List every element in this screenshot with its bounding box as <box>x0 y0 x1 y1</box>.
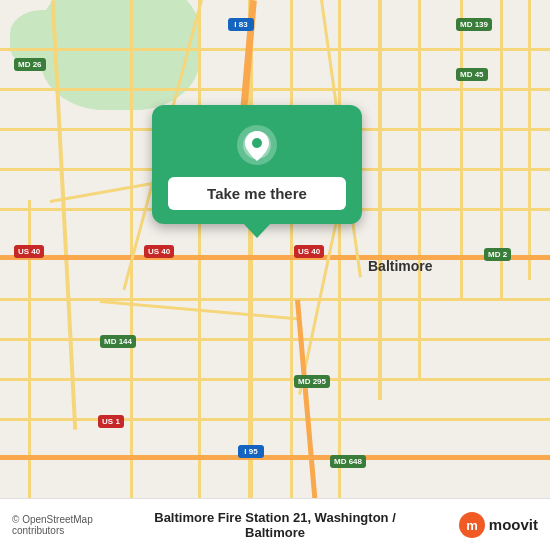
moovit-text: moovit <box>489 516 538 533</box>
road <box>0 88 550 91</box>
svg-point-2 <box>252 138 262 148</box>
road-us40 <box>0 255 550 260</box>
shield-us1: US 1 <box>98 415 124 428</box>
road <box>0 338 550 341</box>
popup-card: Take me there <box>152 105 362 224</box>
shield-i83: I 83 <box>228 18 254 31</box>
shield-md144: MD 144 <box>100 335 136 348</box>
shield-us40-3: US 40 <box>294 245 324 258</box>
moovit-icon: m <box>459 512 485 538</box>
road <box>0 378 550 381</box>
shield-md45: MD 45 <box>456 68 488 81</box>
shield-md139: MD 139 <box>456 18 492 31</box>
shield-md295: MD 295 <box>294 375 330 388</box>
info-bar: © OpenStreetMap contributors Baltimore F… <box>0 498 550 550</box>
location-title: Baltimore Fire Station 21, Washington / … <box>144 510 407 540</box>
road-i95 <box>0 455 550 460</box>
location-pin-icon <box>235 123 279 167</box>
shield-md2: MD 2 <box>484 248 511 261</box>
road <box>198 0 201 550</box>
road <box>528 0 531 280</box>
copyright-text: © OpenStreetMap contributors <box>12 514 144 536</box>
shield-us40-2: US 40 <box>144 245 174 258</box>
road <box>0 298 550 301</box>
shield-md26: MD 26 <box>14 58 46 71</box>
svg-text:m: m <box>466 518 478 533</box>
shield-i95: I 95 <box>238 445 264 458</box>
moovit-logo[interactable]: m moovit <box>407 512 539 538</box>
shield-md648: MD 648 <box>330 455 366 468</box>
map-container: I 83 MD 26 MD 25 MD 139 MD 45 MD 2 US 40… <box>0 0 550 550</box>
take-me-there-button[interactable]: Take me there <box>168 177 346 210</box>
road <box>0 418 550 421</box>
road <box>0 48 550 51</box>
road <box>130 0 133 550</box>
road <box>290 0 293 550</box>
road <box>418 0 421 380</box>
city-label: Baltimore <box>368 258 433 274</box>
map-background <box>0 0 550 550</box>
shield-us40-1: US 40 <box>14 245 44 258</box>
